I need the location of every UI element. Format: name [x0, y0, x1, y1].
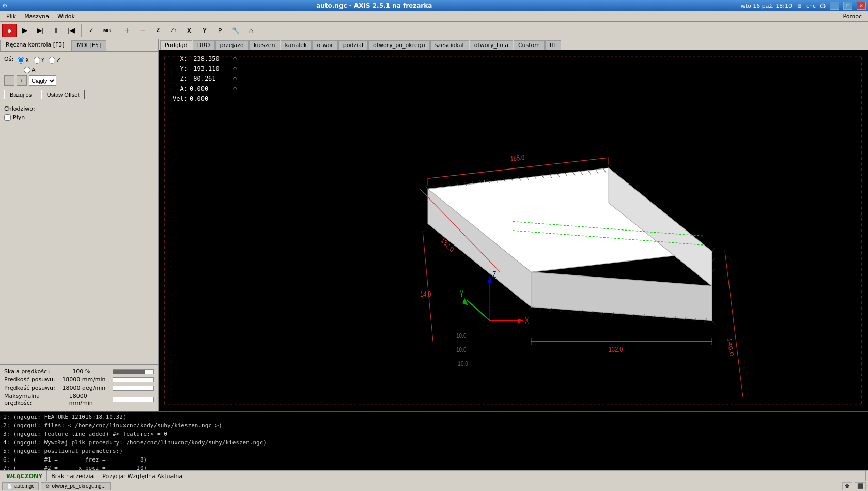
tab-podzial[interactable]: podzial: [338, 40, 368, 50]
axis-z-label[interactable]: Z: [49, 57, 60, 64]
minus-button[interactable]: −: [135, 24, 150, 37]
speed-label-1: Prędkość posuwu:: [4, 376, 55, 383]
speed-value-3: 18000 mm/min: [69, 393, 113, 406]
datetime: wto 16 paź, 18:10: [741, 3, 792, 9]
axis-y-radio[interactable]: [34, 57, 40, 64]
tab-reczna-kontrola[interactable]: Ręczna kontrola [F3]: [0, 40, 70, 51]
stop-button[interactable]: ●: [2, 24, 17, 37]
run-button[interactable]: ▶: [18, 24, 32, 37]
menu-maszyna[interactable]: Maszyna: [20, 12, 53, 20]
svg-marker-58: [488, 275, 492, 282]
console-line-2: 3: (ngcgui: feature line added) #<_featu…: [3, 430, 865, 439]
z-zero-button[interactable]: Z: [151, 24, 165, 37]
svg-text:132.0: 132.0: [609, 345, 623, 354]
tab-otwor[interactable]: otwor: [312, 40, 337, 50]
svg-line-37: [539, 308, 541, 311]
step-forward-button[interactable]: ▶|: [33, 24, 48, 37]
network-icon: 🖥: [796, 3, 802, 9]
menu-widok[interactable]: Widok: [53, 12, 79, 20]
svg-line-33: [712, 248, 715, 252]
stepper-minus[interactable]: −: [4, 75, 14, 86]
axis-x-label[interactable]: X: [18, 57, 29, 64]
speed-row-3: Maksymalna prędkość: 18000 mm/min: [4, 393, 154, 406]
task-otwory-po-okregu[interactable]: ⚙ otwory_po_okregu.ng...: [41, 482, 111, 490]
svg-line-38: [549, 308, 552, 312]
speed-bar-0: [113, 369, 154, 374]
tab-szesciokat[interactable]: szesciokat: [430, 40, 469, 50]
axis-x-radio[interactable]: [18, 57, 24, 64]
task-auto-ngc[interactable]: 📄 auto.ngc: [2, 482, 39, 490]
svg-text:10.0: 10.0: [456, 332, 467, 340]
menubar: Plik Maszyna Widok Pomoc: [0, 11, 868, 22]
bazuj-os-button[interactable]: Bazuj oś: [4, 90, 37, 99]
speed-row-0: Skala prędkości: 100 %: [4, 368, 154, 375]
axis-y-label[interactable]: Y: [34, 57, 45, 64]
ustaw-offset-button[interactable]: Ustaw Offset: [41, 90, 85, 99]
axis-a-label[interactable]: A: [24, 67, 36, 73]
tab-kanalek[interactable]: kanalek: [281, 40, 312, 50]
z-up-button[interactable]: Z↑: [166, 24, 181, 37]
speed-row-1: Prędkość posuwu: 18000 mm/min: [4, 376, 154, 383]
taskbar-btn-2[interactable]: ⬛: [855, 482, 866, 490]
svg-line-54: [712, 321, 715, 325]
stepper-plus[interactable]: +: [17, 75, 27, 86]
tab-otwory-linia[interactable]: otwory_linia: [470, 40, 513, 50]
minimize-button[interactable]: ─: [830, 2, 839, 10]
svg-marker-7: [531, 272, 712, 321]
stepper-row: − + Ciągły: [4, 75, 154, 86]
task-icon-1: ⚙: [45, 484, 50, 489]
close-button[interactable]: ✕: [857, 2, 866, 10]
tab-otwory-po-okregu[interactable]: otwory_po_okregu: [368, 40, 430, 50]
axis-a-row: A: [4, 67, 154, 73]
console-line-4: 5: (ngcgui: positional parameters:): [3, 447, 865, 456]
console-line-1: 2: (ngcgui: files: < /home/cnc/linuxcnc/…: [3, 422, 865, 431]
taskbar: 📄 auto.ngc ⚙ otwory_po_okregu.ng... 🗑 ⬛: [0, 481, 868, 491]
svg-text:Y: Y: [460, 289, 464, 298]
pause-button[interactable]: ⏸: [49, 24, 63, 37]
tab-przejazd[interactable]: przejazd: [215, 40, 249, 50]
home-button[interactable]: ⌂: [244, 24, 258, 37]
menu-plik[interactable]: Plik: [2, 12, 20, 20]
check-button[interactable]: ✓: [84, 24, 99, 37]
axis-a-radio[interactable]: [24, 67, 30, 73]
mb-button[interactable]: MB: [100, 24, 114, 37]
stepper-mode-select[interactable]: Ciągły: [29, 75, 56, 86]
tab-custom[interactable]: Custom: [514, 40, 545, 50]
taskbar-btn-1[interactable]: 🗑: [842, 482, 853, 490]
tab-ttt[interactable]: ttt: [545, 40, 561, 50]
svg-line-9: [433, 184, 436, 188]
chlodziwo-section: Chłodziwo: Płyn: [4, 105, 154, 121]
svg-text:Z: Z: [492, 270, 497, 280]
x-button[interactable]: X: [182, 24, 196, 37]
svg-line-10: [441, 183, 443, 188]
canvas-area[interactable]: X: -238.350 ⊕ Y: -193.110 ⊕ Z: -80.261 ⊕…: [159, 50, 868, 411]
power-icon: ⏻: [820, 3, 826, 9]
p-button[interactable]: P: [213, 24, 227, 37]
rewind-button[interactable]: |◀: [64, 24, 79, 37]
menu-pomoc[interactable]: Pomoc: [839, 12, 866, 20]
tab-podglad[interactable]: Podgląd: [160, 40, 192, 50]
tool-button[interactable]: 🔧: [228, 24, 243, 37]
speed-bar-2: [113, 386, 154, 391]
titlebar-left: ⚙: [2, 2, 8, 9]
y-button[interactable]: Y: [197, 24, 212, 37]
view-tabs: Podgląd DRO przejazd kieszen kanalek otw…: [159, 39, 868, 50]
svg-line-63: [467, 300, 490, 320]
left-panel-content: Oś: X Y Z A − +: [0, 52, 158, 364]
axis-label: Oś:: [4, 56, 13, 63]
chlodziwo-label: Chłodziwo:: [4, 105, 154, 112]
axis-z-radio[interactable]: [49, 57, 55, 64]
maximize-button[interactable]: □: [843, 2, 853, 10]
right-panel: Podgląd DRO przejazd kieszen kanalek otw…: [159, 39, 868, 411]
svg-line-81: [725, 251, 743, 397]
svg-text:14.0: 14.0: [420, 289, 431, 298]
plus-button[interactable]: +: [120, 24, 134, 37]
svg-line-36: [529, 307, 531, 311]
tab-kieszen[interactable]: kieszen: [249, 40, 280, 50]
svg-marker-61: [518, 318, 523, 323]
tab-mdi[interactable]: MDI [F5]: [71, 40, 107, 51]
status-position: Pozycja: Względna Aktualna: [98, 471, 187, 481]
chlodziwo-checkbox[interactable]: [4, 114, 11, 121]
tab-dro[interactable]: DRO: [193, 40, 215, 50]
svg-line-72: [423, 231, 433, 342]
